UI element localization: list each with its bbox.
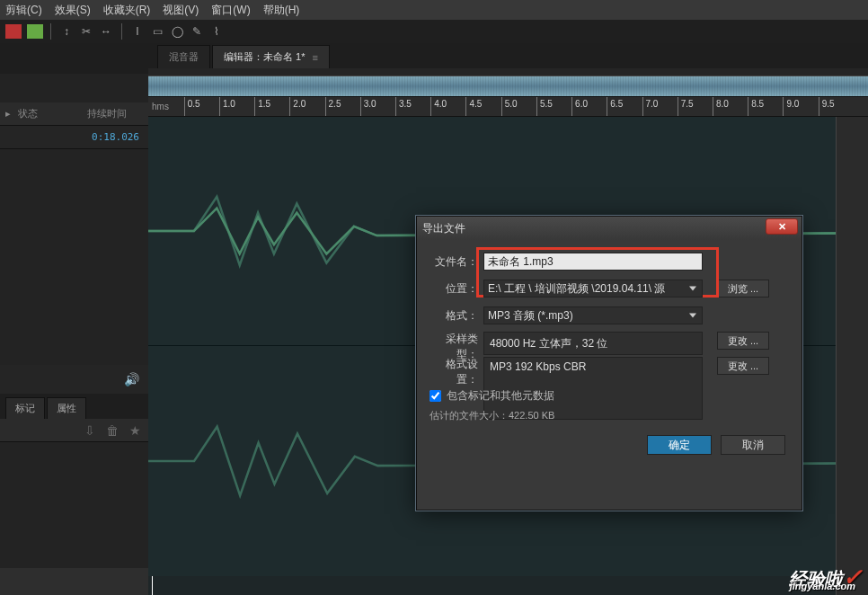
ruler-tick: 2.0: [289, 97, 306, 116]
menu-bar: 剪辑(C) 效果(S) 收藏夹(R) 视图(V) 窗口(W) 帮助(H): [0, 0, 868, 20]
col-state[interactable]: 状态: [11, 107, 80, 120]
watermark: 经验啦✓ jingyanla.com: [789, 564, 863, 591]
duration-value: 0:18.026: [92, 131, 139, 143]
time-tool-icon[interactable]: I: [129, 24, 146, 39]
ruler-tick: 5.0: [501, 97, 518, 116]
include-metadata-label: 包含标记和其他元数据: [447, 388, 554, 404]
razor-tool-icon[interactable]: ✂: [78, 24, 94, 39]
include-metadata-checkbox[interactable]: [430, 390, 441, 402]
tab-editor[interactable]: 编辑器：未命名 1* ≡: [212, 45, 330, 68]
heal-tool-icon[interactable]: ⌇: [208, 24, 225, 39]
speaker-row: 🔊: [0, 365, 148, 394]
ruler-unit: hms: [152, 102, 177, 111]
ruler-tick: 1.5: [254, 97, 270, 116]
input-filename[interactable]: 未命名 1.mp3: [483, 253, 703, 271]
browse-button[interactable]: 浏览 ...: [717, 280, 769, 298]
menu-window[interactable]: 窗口(W): [211, 3, 250, 18]
brush-tool-icon[interactable]: ✎: [189, 24, 205, 39]
label-fmt-setting: 格式设置：: [430, 357, 483, 380]
slip-tool-icon[interactable]: ↔: [98, 24, 114, 39]
select-location[interactable]: E:\ 工程 \ 培训部视频 \2019.04.11\ 源: [483, 280, 703, 298]
amplitude-scale: [836, 117, 868, 595]
ruler-tick: 8.0: [713, 97, 729, 116]
ruler-tick: 7.0: [642, 97, 659, 116]
label-sample: 采样类型：: [430, 332, 483, 355]
lasso-tool-icon[interactable]: ◯: [169, 24, 185, 39]
label-filename: 文件名：: [430, 254, 483, 270]
move-tool-icon[interactable]: ↕: [58, 24, 75, 39]
time-ruler[interactable]: hms 0.51.01.52.02.53.03.54.04.55.05.56.0…: [148, 97, 868, 117]
ruler-tick: 6.5: [607, 97, 623, 116]
menu-clip[interactable]: 剪辑(C): [5, 3, 42, 18]
chevron-down-icon: [689, 314, 696, 318]
ruler-tick: 9.0: [783, 97, 799, 116]
editor-area: 混音器 编辑器：未命名 1* ≡ hms 0.51.01.52.02.53.03…: [148, 43, 868, 595]
spectral-mode-icon[interactable]: [27, 24, 43, 39]
menu-favorites[interactable]: 收藏夹(R): [103, 3, 151, 18]
dialog-titlebar[interactable]: 导出文件 ✕: [417, 217, 802, 240]
cancel-button[interactable]: 取消: [721, 435, 785, 455]
export-dialog: 导出文件 ✕ 文件名： 未命名 1.mp3 位置： E:\ 工程 \ 培训部视频…: [416, 216, 802, 511]
file-row[interactable]: 0:18.026: [0, 126, 148, 149]
file-panel-header: ▸ 状态 持续时间: [0, 102, 148, 126]
tab-mixer[interactable]: 混音器: [157, 45, 210, 68]
marquee-tool-icon[interactable]: ▭: [149, 24, 165, 39]
divider: [50, 23, 51, 40]
ruler-tick: 9.5: [819, 97, 835, 116]
ruler-tick: 5.5: [536, 97, 553, 116]
select-format[interactable]: MP3 音频 (*.mp3): [483, 306, 703, 324]
chevron-down-icon: [689, 287, 696, 291]
ruler-tick: 7.5: [678, 97, 694, 116]
change-sample-button[interactable]: 更改 ...: [717, 332, 769, 350]
ruler-tick: 4.0: [430, 97, 447, 116]
overview-waveform[interactable]: [148, 75, 868, 97]
ruler-tick: 8.5: [748, 97, 764, 116]
watermark-sub: jingyanla.com: [790, 581, 855, 591]
tab-properties[interactable]: 属性: [47, 397, 86, 419]
file-list-area: [0, 149, 148, 365]
change-format-button[interactable]: 更改 ...: [717, 357, 769, 375]
side-tabs: 标记 属性: [0, 394, 148, 419]
label-format: 格式：: [430, 308, 483, 324]
ruler-tick: 2.5: [325, 97, 341, 116]
col-duration[interactable]: 持续时间: [80, 107, 149, 120]
menu-help[interactable]: 帮助(H): [263, 3, 300, 18]
close-button[interactable]: ✕: [766, 218, 798, 235]
ruler-tick: 0.5: [184, 97, 200, 116]
divider: [121, 23, 122, 40]
trash-icon[interactable]: 🗑: [106, 423, 119, 438]
dialog-title: 导出文件: [422, 221, 465, 236]
waveform-mode-icon[interactable]: [5, 24, 22, 39]
toolbar: ↕ ✂ ↔ I ▭ ◯ ✎ ⌇: [0, 20, 868, 43]
menu-view[interactable]: 视图(V): [163, 3, 199, 18]
side-bottom: [0, 568, 148, 595]
ok-button[interactable]: 确定: [647, 435, 712, 455]
import-icon[interactable]: ⇩: [84, 423, 95, 438]
ruler-tick: 3.5: [395, 97, 412, 116]
info-sample: 48000 Hz 立体声，32 位: [483, 332, 703, 355]
ruler-tick: 3.0: [360, 97, 376, 116]
menu-effects[interactable]: 效果(S): [55, 3, 91, 18]
dialog-body: 文件名： 未命名 1.mp3 位置： E:\ 工程 \ 培训部视频 \2019.…: [417, 240, 802, 464]
editor-tabs: 混音器 编辑器：未命名 1* ≡: [148, 43, 868, 68]
star-icon[interactable]: ★: [129, 423, 141, 438]
label-location: 位置：: [430, 281, 483, 297]
expand-icon[interactable]: ▸: [0, 108, 11, 120]
tab-marker[interactable]: 标记: [5, 397, 45, 419]
main-area: ▸ 状态 持续时间 0:18.026 🔊 标记 属性 ⇩ 🗑 ★ 混音器 编辑器…: [0, 43, 868, 595]
speaker-icon[interactable]: 🔊: [124, 372, 139, 386]
tab-menu-icon[interactable]: ≡: [312, 52, 317, 63]
ruler-tick: 6.0: [571, 97, 588, 116]
props-body: [0, 442, 148, 568]
ruler-tick: 4.5: [465, 97, 482, 116]
side-panel: ▸ 状态 持续时间 0:18.026 🔊 标记 属性 ⇩ 🗑 ★: [0, 43, 148, 595]
ruler-tick: 1.0: [219, 97, 235, 116]
